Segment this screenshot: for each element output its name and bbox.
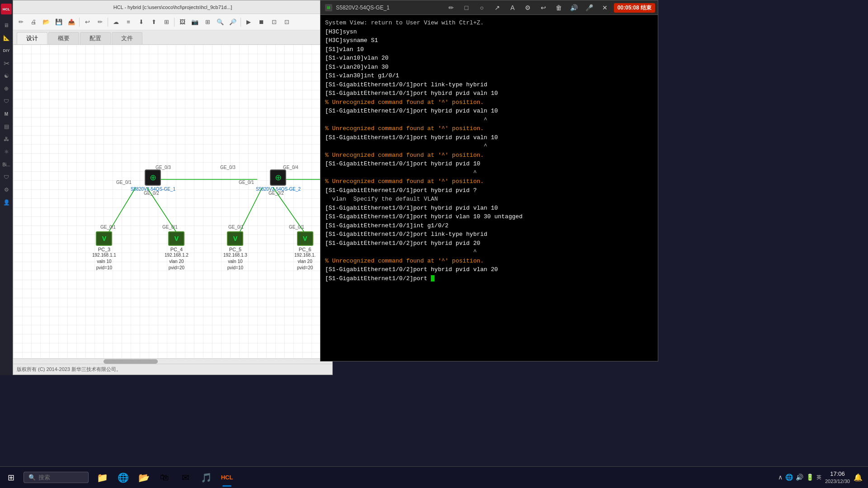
- terminal-body[interactable]: System View: return to User View with Ct…: [321, 15, 658, 361]
- side-icon-7[interactable]: ▤: [1, 121, 12, 132]
- terminal-icon: ▤: [325, 4, 332, 11]
- port-label-sw1-ge01: GE_0/1: [116, 180, 132, 185]
- toolbar-cam[interactable]: 📷: [189, 16, 201, 28]
- terminal-line: System View: return to User View with Ct…: [325, 19, 653, 28]
- toolbar-down[interactable]: ⬇: [135, 16, 147, 28]
- ctrl-audio[interactable]: 🔊: [568, 1, 580, 14]
- taskbar-app-explorer[interactable]: 📁: [92, 468, 112, 488]
- toolbar-stop[interactable]: ⏹: [255, 16, 267, 28]
- side-icon-3[interactable]: ✂: [1, 58, 12, 69]
- tab-files[interactable]: 文件: [112, 32, 142, 44]
- ctrl-settings[interactable]: ⚙: [522, 1, 534, 14]
- ctrl-mic[interactable]: 🎤: [583, 1, 596, 14]
- terminal-line: % Unrecognized command found at '^' posi…: [325, 257, 653, 266]
- switch-1[interactable]: S5820V2-54QS-GE_1: [131, 169, 175, 192]
- taskbar-app-store[interactable]: 🛍: [155, 468, 175, 488]
- side-icon-user[interactable]: 👤: [1, 197, 12, 208]
- side-icon-9[interactable]: ⚙: [1, 184, 12, 195]
- pc-4[interactable]: V PC_4 192.168.1.2 vlan 20 pvid=20: [165, 231, 189, 271]
- pc-3[interactable]: V PC_3 192.168.1.1 valn 10 pvid=10: [92, 231, 116, 271]
- pc-3-vlan: valn 10: [92, 258, 116, 265]
- ctrl-edit[interactable]: ✏: [445, 1, 458, 14]
- port-label-sw1-ge03: GE_0/3: [156, 165, 171, 170]
- toolbar-layers[interactable]: ≡: [123, 16, 134, 28]
- tray-expand[interactable]: ∧: [778, 474, 783, 481]
- tab-overview[interactable]: 概要: [48, 32, 79, 44]
- toolbar-undo[interactable]: ↩: [81, 16, 93, 28]
- ctrl-undo[interactable]: ↩: [537, 1, 550, 14]
- taskbar-app-browser[interactable]: 🌐: [113, 468, 133, 488]
- taskbar-app-files[interactable]: 📂: [134, 468, 154, 488]
- terminal-line: [S1]vlan 10: [325, 45, 653, 54]
- ctrl-text[interactable]: A: [506, 1, 519, 14]
- pc-6[interactable]: V PC_6 192.168.1. vlan 20 pvid=20: [294, 231, 316, 271]
- side-icon-net2[interactable]: ⚛: [1, 146, 12, 157]
- tab-config[interactable]: 配置: [80, 32, 111, 44]
- scrollbar-thumb[interactable]: [104, 359, 158, 364]
- search-box[interactable]: 🔍: [24, 472, 89, 483]
- side-icon-1[interactable]: 🖥: [1, 20, 12, 31]
- toolbar-new[interactable]: ✏: [15, 16, 27, 28]
- toolbar-save[interactable]: 💾: [53, 16, 65, 28]
- taskbar-app-music[interactable]: 🎵: [196, 468, 216, 488]
- toolbar-zoom-out[interactable]: 🔎: [227, 16, 239, 28]
- side-icon-network[interactable]: 🖧: [1, 134, 12, 145]
- pc-6-ip: 192.168.1.: [294, 252, 316, 258]
- canvas-scrollbar[interactable]: [13, 358, 332, 364]
- toolbar-grid[interactable]: ⊞: [160, 16, 172, 28]
- toolbar-export[interactable]: 📤: [66, 16, 77, 28]
- ctrl-arrow[interactable]: ↗: [491, 1, 504, 14]
- side-icon-8[interactable]: Bi...: [1, 159, 12, 170]
- toolbar-redo[interactable]: ✏: [94, 16, 106, 28]
- side-icon-diy[interactable]: DIY: [1, 45, 12, 56]
- pc-3-icon: V: [96, 231, 112, 246]
- ctrl-stop[interactable]: ✕: [599, 1, 611, 14]
- tray-battery[interactable]: 🔋: [806, 474, 814, 481]
- terminal-line: [S1-GigabitEthernet1/0/1]port hybrid pvi…: [325, 204, 653, 213]
- side-icon-6[interactable]: 🛡: [1, 96, 12, 107]
- taskbar-app-mail[interactable]: ✉: [175, 468, 195, 488]
- start-button[interactable]: ⊞: [0, 467, 22, 488]
- terminal-line: [S1-GigabitEthernet1/0/2]port hybrid pvi…: [325, 265, 653, 274]
- side-icon-shield2[interactable]: 🛡: [1, 172, 12, 183]
- record-badge[interactable]: 00:05:08 结束: [614, 3, 655, 13]
- toolbar-open[interactable]: 📂: [40, 16, 52, 28]
- toolbar-more1[interactable]: ⊡: [268, 16, 280, 28]
- taskbar-app-hcl[interactable]: HCL: [217, 468, 237, 488]
- terminal-line: [S1-GigabitEthernet1/0/2]port hybrid pvi…: [325, 239, 653, 248]
- tray-clock[interactable]: 17:06 2023/12/30: [825, 470, 850, 485]
- tray-network[interactable]: 🌐: [785, 474, 793, 481]
- hcl-canvas[interactable]: S5820V2-54QS-GE_1 S5820V2-54QS-GE_2 V PC…: [13, 45, 332, 364]
- tray-volume[interactable]: 🔊: [796, 474, 803, 481]
- side-icon-m[interactable]: M: [1, 108, 12, 119]
- pc-6-icon: V: [297, 231, 313, 246]
- pc-5[interactable]: V PC_5 192.168.1.3 valn 10 pvid=10: [223, 231, 247, 271]
- pc-5-icon: V: [227, 231, 243, 246]
- terminal-cursor: [431, 275, 434, 282]
- port-label-pc4-ge01: GE_0/1: [162, 225, 178, 230]
- tray-keyboard[interactable]: 英: [816, 474, 821, 481]
- ctrl-circle[interactable]: ○: [476, 1, 488, 14]
- side-icon-4[interactable]: ☯: [1, 70, 12, 81]
- toolbar-more2[interactable]: ⊡: [281, 16, 292, 28]
- toolbar-play[interactable]: ▶: [243, 16, 255, 28]
- toolbar-img[interactable]: 🖼: [176, 16, 188, 28]
- side-icon-5[interactable]: ⊕: [1, 83, 12, 94]
- switch-2[interactable]: S5820V2-54QS-GE_2: [256, 169, 301, 192]
- port-label-pc3-ge01: GE_0/1: [100, 225, 116, 230]
- toolbar-up[interactable]: ⬆: [148, 16, 160, 28]
- toolbar-zoom-in[interactable]: 🔍: [214, 16, 226, 28]
- tray-date-display: 2023/12/30: [825, 478, 850, 485]
- sep3: [174, 18, 175, 27]
- side-icon-2[interactable]: 📐: [1, 33, 12, 43]
- terminal-line: [S1-GigabitEthernet1/0/1]port hybrid pvi…: [325, 160, 653, 169]
- toolbar-table[interactable]: ⊞: [202, 16, 213, 28]
- tray-notification[interactable]: 🔔: [854, 473, 863, 482]
- ctrl-rect[interactable]: □: [460, 1, 473, 14]
- tab-design[interactable]: 设计: [17, 32, 47, 44]
- toolbar-cloud[interactable]: ☁: [110, 16, 122, 28]
- ctrl-trash[interactable]: 🗑: [552, 1, 565, 14]
- toolbar-print[interactable]: 🖨: [28, 16, 39, 28]
- search-input[interactable]: [38, 474, 84, 481]
- pc-4-ip: 192.168.1.2: [165, 252, 189, 258]
